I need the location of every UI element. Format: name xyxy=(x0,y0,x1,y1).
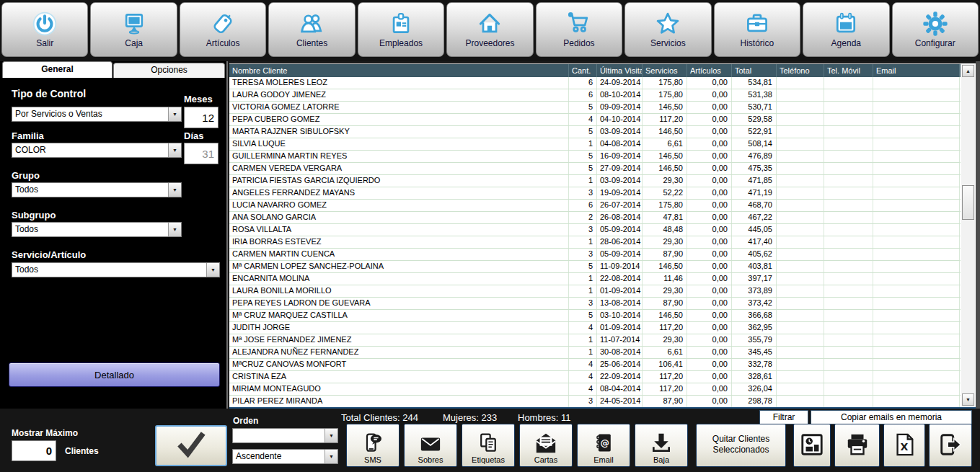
column-header[interactable]: Tel. Móvil xyxy=(824,64,873,77)
table-row[interactable]: Mª CARMEN LOPEZ SANCHEZ-POLAINA511-09-20… xyxy=(229,261,961,273)
toolbar-button-salir[interactable]: Salir xyxy=(1,2,88,57)
chevron-down-icon[interactable]: ▼ xyxy=(168,183,181,197)
subgrupo-select[interactable]: Todos ▼ xyxy=(12,222,182,237)
column-header[interactable]: Cant. xyxy=(569,64,597,77)
tipo-control-select[interactable]: Por Servicios o Ventas ▼ xyxy=(12,107,182,122)
table-row[interactable]: Mª CRUZ MARQUEZ CASTILLA503-10-2014146,5… xyxy=(229,310,961,322)
chevron-down-icon[interactable]: ▼ xyxy=(168,223,181,236)
table-row[interactable]: PATRICIA FIESTAS GARCIA IZQUIERDO103-09-… xyxy=(229,175,961,187)
orden-field-select[interactable]: ▼ xyxy=(232,428,338,443)
quitar-clientes-button[interactable]: Quitar Clientes Seleccionados xyxy=(696,424,786,467)
table-row[interactable]: LAURA GODOY JIMENEZ608-10-2014175,800,00… xyxy=(229,89,961,102)
table-row[interactable]: PILAR PEREZ MIRANDA324-05-201487,900,002… xyxy=(229,396,961,407)
toolbar-button-servicios[interactable]: Servicios xyxy=(624,2,711,57)
copiar-emails-button[interactable]: Copiar emails en memoria xyxy=(811,410,972,424)
toolbar-button-articulos[interactable]: Artículos xyxy=(180,2,266,57)
dias-input[interactable] xyxy=(184,143,218,164)
table-row[interactable]: LAURA BONILLA MORILLO101-09-201429,300,0… xyxy=(229,285,961,298)
table-cell: LAURA BONILLA MORILLO xyxy=(229,285,569,297)
toolbar-button-clientes[interactable]: Clientes xyxy=(268,2,355,57)
table-row[interactable]: GUILLERMINA MARTIN REYES516-09-2014146,5… xyxy=(229,151,961,163)
table-row[interactable]: ROSA VILLALTA305-09-201448,480,00445,05 xyxy=(229,224,961,236)
exit-button[interactable] xyxy=(929,424,972,467)
table-row[interactable]: ALEJANDRA NUÑEZ FERNANDEZ130-08-20146,61… xyxy=(229,347,961,359)
table-cell: 529,58 xyxy=(732,114,777,125)
table-row[interactable]: ANGELES FERRANDEZ MAYANS319-09-201452,22… xyxy=(229,187,961,200)
column-header[interactable]: Servicios xyxy=(643,64,687,77)
table-cell xyxy=(873,187,960,199)
column-header[interactable]: Total xyxy=(732,64,777,77)
table-cell: 05-09-2014 xyxy=(597,224,643,236)
toolbar-button-agenda[interactable]: Agenda xyxy=(803,2,889,57)
table-header: Nombre ClienteCant.Última VisitaServicio… xyxy=(229,63,961,77)
tab-general[interactable]: General xyxy=(2,61,112,78)
scroll-up-icon[interactable]: ▲ xyxy=(962,65,974,77)
excel-export-button[interactable]: X xyxy=(883,424,925,467)
table-row[interactable]: IRIA BORRAS ESTEVEZ128-06-201429,300,004… xyxy=(229,236,961,249)
column-header[interactable]: Última Visita xyxy=(597,64,643,77)
cartas-button[interactable]: Cartas xyxy=(519,424,573,467)
sms-button[interactable]: SMS xyxy=(346,424,399,467)
servicio-articulo-select[interactable]: Todos ▼ xyxy=(12,262,220,277)
toolbar-button-pedidos[interactable]: Pedidos xyxy=(536,2,622,57)
familia-select[interactable]: COLOR ▼ xyxy=(12,143,182,158)
table-row[interactable]: ENCARNITA MOLINA122-08-201411,460,00397,… xyxy=(229,273,961,285)
table-row[interactable]: TERESA MOLERES LEOZ624-09-2014175,800,00… xyxy=(229,77,961,89)
mostrar-maximo-input[interactable] xyxy=(12,440,56,461)
table-cell: 522,91 xyxy=(732,126,777,138)
scroll-down-icon[interactable]: ▼ xyxy=(962,393,974,406)
orden-direction-select[interactable]: Ascendente ▼ xyxy=(232,449,338,464)
toolbar-button-configurar[interactable]: Configurar xyxy=(892,2,979,57)
table-row[interactable]: ANA SOLANO GARCIA226-08-201447,810,00467… xyxy=(229,212,961,224)
toolbar-button-empleados[interactable]: Empleados xyxy=(358,2,444,57)
report-button[interactable] xyxy=(793,424,831,467)
table-row[interactable]: MIRIAM MONTEAGUDO408-04-2014117,200,0032… xyxy=(229,383,961,396)
toolbar-button-caja[interactable]: Caja xyxy=(90,2,177,57)
chevron-down-icon[interactable]: ▼ xyxy=(325,450,337,463)
table-cell xyxy=(824,200,873,211)
table-row[interactable]: CARMEN VEREDA VERGARA527-09-2014146,500,… xyxy=(229,163,961,175)
button-label: Baja xyxy=(653,455,669,464)
table-row[interactable]: PEPA REYES LADRON DE GUEVARA313-08-20148… xyxy=(229,298,961,310)
filtrar-button[interactable]: Filtrar xyxy=(759,410,808,424)
apply-filter-button[interactable] xyxy=(155,425,227,466)
sobres-button[interactable]: Sobres xyxy=(404,424,457,467)
print-button[interactable] xyxy=(834,424,880,467)
meses-input[interactable] xyxy=(184,107,218,128)
chevron-down-icon[interactable]: ▼ xyxy=(168,143,181,157)
chevron-down-icon[interactable]: ▼ xyxy=(206,263,219,277)
chevron-down-icon[interactable]: ▼ xyxy=(325,429,337,442)
table-cell: 117,20 xyxy=(643,371,687,383)
table-cell: 0,00 xyxy=(687,114,732,125)
toolbar-button-historico[interactable]: Histórico xyxy=(714,2,800,57)
table-row[interactable]: MªCRUZ CANOVAS MONFORT425-06-2014106,410… xyxy=(229,359,961,371)
chevron-down-icon[interactable]: ▼ xyxy=(168,107,181,121)
table-row[interactable]: LUCIA NAVARRO GOMEZ626-07-2014175,800,00… xyxy=(229,200,961,212)
table-row[interactable]: MARTA RAJZNER SIBULOFSKY503-09-2014146,5… xyxy=(229,126,961,138)
toolbar-button-proveedores[interactable]: Proveedores xyxy=(446,2,533,57)
table-scrollbar[interactable]: ▲ ▼ xyxy=(961,63,976,407)
grupo-select[interactable]: Todos ▼ xyxy=(12,182,182,197)
table-row[interactable]: JUDITH JORGE401-09-2014117,200,00362,95 xyxy=(229,322,961,334)
table-cell xyxy=(873,212,960,223)
table-row[interactable]: SILVIA LUQUE104-08-20146,610,00508,14 xyxy=(229,138,961,151)
email-button[interactable]: @ Email xyxy=(577,424,630,467)
etiquetas-button[interactable]: Etiquetas xyxy=(462,424,515,467)
detallado-button[interactable]: Detallado xyxy=(9,362,220,387)
column-header[interactable]: Nombre Cliente xyxy=(229,64,569,77)
table-row[interactable]: Mª JOSE FERNANDEZ JIMENEZ111-07-201429,3… xyxy=(229,334,961,347)
table-row[interactable]: PEPA CUBERO GOMEZ404-10-2014117,200,0052… xyxy=(229,114,961,126)
column-header[interactable]: Teléfono xyxy=(777,64,824,77)
baja-button[interactable]: Baja xyxy=(635,424,688,467)
column-header[interactable]: Email xyxy=(873,64,960,77)
tab-opciones[interactable]: Opciones xyxy=(113,63,225,78)
printer-icon xyxy=(844,432,870,457)
table-cell: SILVIA LUQUE xyxy=(229,138,569,150)
table-row[interactable]: CARMEN MARTIN CUENCA305-09-201487,900,00… xyxy=(229,249,961,261)
button-label: Etiquetas xyxy=(472,455,505,464)
table-row[interactable]: CRISTINA EZA422-09-2014117,200,00328,61 xyxy=(229,371,961,383)
table-row[interactable]: VICTORIA GOMEZ LATORRE509-09-2014146,500… xyxy=(229,102,961,114)
table-cell xyxy=(873,89,960,101)
column-header[interactable]: Artículos xyxy=(687,64,732,77)
scrollbar-thumb[interactable] xyxy=(962,185,974,220)
